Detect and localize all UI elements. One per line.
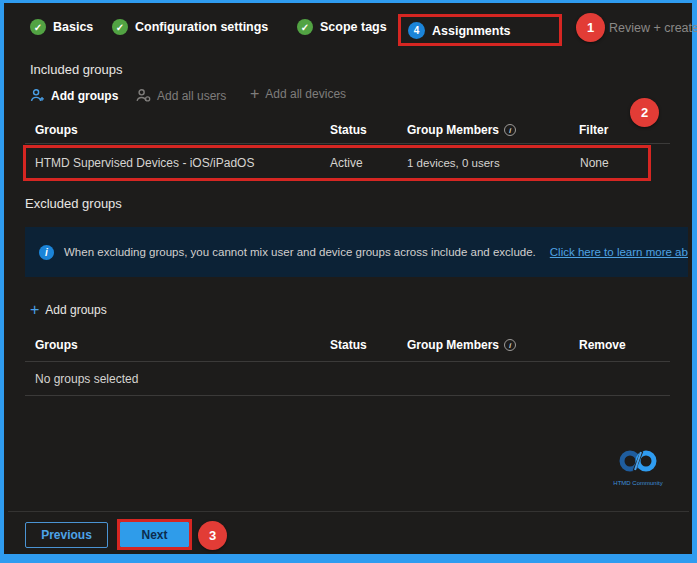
- column-header-label: Group Members: [407, 123, 499, 137]
- annotation-circle-2: 2: [630, 98, 659, 127]
- info-banner: i When excluding groups, you cannot mix …: [25, 227, 688, 277]
- window-background: [4, 3, 692, 554]
- tab-scope-tags[interactable]: ✓ Scope tags: [297, 19, 387, 35]
- column-header-group-members: Group Members i: [407, 123, 516, 137]
- tab-label: Scope tags: [320, 20, 387, 34]
- wizard-window: ✓ Basics ✓ Configuration settings ✓ Scop…: [0, 0, 697, 563]
- row-filter: None: [580, 156, 609, 170]
- check-icon: ✓: [297, 19, 313, 35]
- next-button[interactable]: Next: [120, 522, 189, 547]
- banner-text: When excluding groups, you cannot mix us…: [64, 246, 536, 258]
- check-icon: ✓: [30, 19, 46, 35]
- plus-icon: +: [250, 87, 259, 101]
- tab-label: Assignments: [432, 24, 511, 38]
- excluded-add-groups-button[interactable]: + Add groups: [30, 303, 107, 317]
- tab-assignments[interactable]: 4 Assignments: [408, 22, 511, 39]
- logo-caption: HTMD Community: [600, 480, 676, 486]
- table-divider: [25, 395, 670, 396]
- step-number-icon: 4: [408, 22, 425, 39]
- column-header-label: Group Members: [407, 338, 499, 352]
- info-icon[interactable]: i: [504, 339, 516, 351]
- htmd-community-logo: HTMD Community: [600, 447, 676, 486]
- toolbar-label: Add all devices: [265, 87, 346, 101]
- people-icon: [136, 88, 151, 103]
- empty-table-text: No groups selected: [35, 372, 138, 386]
- column-header-groups: Groups: [35, 123, 78, 137]
- tab-basics[interactable]: ✓ Basics: [30, 19, 93, 35]
- add-all-users-button[interactable]: Add all users: [136, 88, 226, 103]
- column-header-status: Status: [330, 338, 367, 352]
- toolbar-label: Add groups: [51, 89, 118, 103]
- footer-divider: [8, 511, 689, 512]
- tab-label: Basics: [53, 20, 93, 34]
- column-header-status: Status: [330, 123, 367, 137]
- person-add-icon: [30, 88, 45, 103]
- check-icon: ✓: [112, 19, 128, 35]
- add-all-devices-button[interactable]: + Add all devices: [250, 87, 346, 101]
- toolbar-label: Add groups: [45, 303, 106, 317]
- previous-button[interactable]: Previous: [25, 522, 108, 548]
- infinity-logo-icon: [615, 447, 661, 475]
- column-header-groups: Groups: [35, 338, 78, 352]
- info-icon: i: [39, 245, 54, 260]
- column-header-filter: Filter: [579, 123, 608, 137]
- toolbar-label: Add all users: [157, 89, 226, 103]
- annotation-circle-3: 3: [198, 521, 227, 550]
- annotation-circle-1: 1: [576, 13, 605, 42]
- tab-label: Configuration settings: [135, 20, 268, 34]
- info-icon[interactable]: i: [504, 124, 516, 136]
- learn-more-link[interactable]: Click here to learn more about: [550, 246, 688, 258]
- tab-label: Review + create: [609, 21, 697, 35]
- tab-review-create[interactable]: Review + create: [609, 21, 697, 35]
- column-header-remove: Remove: [579, 338, 626, 352]
- row-status: Active: [330, 156, 363, 170]
- tab-configuration-settings[interactable]: ✓ Configuration settings: [112, 19, 268, 35]
- table-divider: [25, 143, 670, 144]
- plus-icon: +: [30, 303, 39, 317]
- next-button-slot: Next: [120, 522, 189, 547]
- column-header-group-members: Group Members i: [407, 338, 516, 352]
- table-divider: [25, 361, 670, 362]
- excluded-groups-heading: Excluded groups: [25, 196, 122, 211]
- row-group-name: HTMD Supervised Devices - iOS/iPadOS: [35, 156, 254, 170]
- included-groups-heading: Included groups: [30, 62, 123, 77]
- add-groups-button[interactable]: Add groups: [30, 88, 118, 103]
- row-group-members: 1 devices, 0 users: [407, 157, 500, 169]
- table-row[interactable]: HTMD Supervised Devices - iOS/iPadOS Act…: [26, 148, 646, 178]
